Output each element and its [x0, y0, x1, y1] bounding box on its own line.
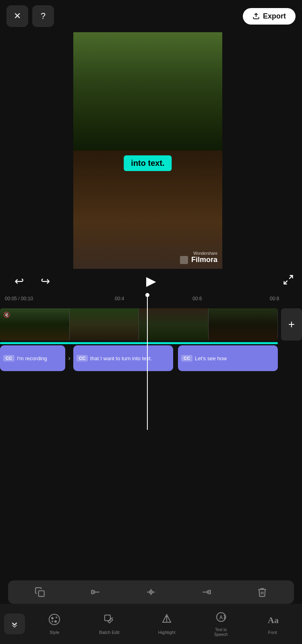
svg-text:Aa: Aa [268, 615, 279, 625]
nav-item-tts[interactable]: A Text toSpeech [214, 611, 228, 637]
batch-edit-icon [103, 613, 115, 628]
top-bar: ✕ ? Export [0, 0, 302, 32]
font-icon: Aa [267, 613, 279, 628]
svg-line-20 [112, 617, 113, 618]
trim-end-button[interactable] [198, 584, 215, 601]
collapse-button[interactable] [4, 613, 25, 634]
caption-clip-1[interactable]: CC I'm recording [0, 345, 65, 371]
font-label: Font [268, 630, 277, 635]
nav-item-highlight[interactable]: Highlight [158, 613, 176, 635]
svg-point-17 [54, 620, 57, 623]
caption-clips-row: CC I'm recording › CC that I want to tur… [0, 344, 278, 372]
video-track[interactable] [0, 308, 278, 341]
playhead [147, 293, 148, 430]
undo-button[interactable]: ↩ [8, 271, 30, 291]
nav-item-font[interactable]: Aa Font [267, 613, 279, 635]
nav-item-style[interactable]: Style [48, 613, 60, 635]
svg-text:A: A [219, 615, 223, 620]
track-segment-3 [139, 308, 209, 341]
svg-point-14 [49, 614, 60, 625]
delete-icon [257, 587, 267, 597]
caption-clip-3[interactable]: CC Let's see how [178, 345, 278, 371]
video-preview: into text. Wondershare Filmora [73, 32, 222, 269]
style-icon [48, 613, 60, 628]
redo-button[interactable]: ↪ [34, 271, 56, 291]
highlight-icon [161, 613, 173, 628]
cc-badge-1: CC [3, 355, 14, 361]
chevron-down-double-icon [10, 619, 19, 628]
clip-1-text: I'm recording [17, 355, 47, 361]
close-button[interactable]: ✕ [6, 5, 28, 27]
playback-controls: ↩ ↪ ▶ [0, 269, 302, 293]
bottom-toolbar [8, 580, 294, 604]
watermark-name: Filmora [180, 256, 217, 264]
track-segment-2 [70, 308, 139, 341]
svg-point-15 [51, 617, 54, 619]
svg-rect-4 [91, 590, 93, 594]
tts-icon: A [215, 611, 227, 626]
clip-connector: › [65, 345, 73, 371]
split-button[interactable] [143, 584, 159, 601]
video-trees-layer [73, 32, 222, 162]
cc-badge-2: CC [77, 355, 88, 361]
svg-point-18 [52, 621, 53, 622]
svg-rect-3 [39, 591, 44, 597]
svg-rect-11 [209, 590, 210, 594]
play-button[interactable]: ▶ [141, 270, 161, 291]
nav-items: Style Batch Edit [29, 611, 298, 637]
time-label-8: 00:8 [270, 296, 279, 301]
timeline-section: 00:05 / 00:10 00:4 00:6 00:8 🔇 + [0, 293, 302, 430]
svg-line-2 [284, 281, 288, 284]
clip-3-text: Let's see how [195, 355, 227, 361]
watermark-brand: Wondershare [180, 251, 217, 256]
svg-point-22 [166, 616, 168, 617]
bottom-nav: Style Batch Edit [0, 604, 302, 644]
export-button[interactable]: Export [243, 8, 296, 25]
fullscreen-button[interactable] [283, 274, 294, 288]
trim-start-icon [90, 587, 101, 597]
track-segment-1 [0, 308, 70, 341]
style-label: Style [50, 630, 59, 635]
duplicate-icon [35, 587, 45, 597]
trim-end-icon [201, 587, 212, 597]
delete-button[interactable] [254, 584, 271, 601]
split-icon [146, 587, 156, 597]
clip-2-text: that I want to turn into text. [90, 355, 152, 361]
top-left-buttons: ✕ ? [6, 5, 54, 27]
tts-label: Text toSpeech [214, 627, 228, 637]
timeline-ruler: 00:05 / 00:10 00:4 00:6 00:8 [0, 293, 302, 304]
caption-overlay: into text. [124, 155, 172, 171]
batch-edit-label: Batch Edit [99, 630, 119, 635]
watermark: Wondershare Filmora [180, 251, 217, 264]
track-segment-4 [209, 308, 278, 341]
time-label-current: 00:05 / 00:10 [5, 296, 33, 301]
undo-redo-group: ↩ ↪ [8, 271, 56, 291]
help-button[interactable]: ? [32, 5, 54, 27]
video-background: into text. Wondershare Filmora [73, 32, 222, 269]
highlight-label: Highlight [158, 630, 176, 635]
add-track-button[interactable]: + [281, 308, 302, 341]
volume-icon: 🔇 [3, 312, 10, 318]
svg-point-16 [56, 617, 57, 618]
caption-clip-2[interactable]: CC that I want to turn into text. [73, 345, 173, 371]
playhead-handle [145, 293, 149, 297]
time-label-6: 00:6 [192, 296, 202, 301]
upload-icon [252, 12, 260, 20]
nav-item-batch-edit[interactable]: Batch Edit [99, 613, 119, 635]
cc-badge-3: CC [181, 355, 192, 361]
svg-line-1 [289, 275, 292, 279]
fullscreen-icon [283, 274, 294, 285]
trim-start-button[interactable] [87, 584, 104, 601]
duplicate-button[interactable] [31, 584, 48, 601]
svg-point-24 [166, 621, 168, 622]
time-label-4: 00:4 [115, 296, 124, 301]
